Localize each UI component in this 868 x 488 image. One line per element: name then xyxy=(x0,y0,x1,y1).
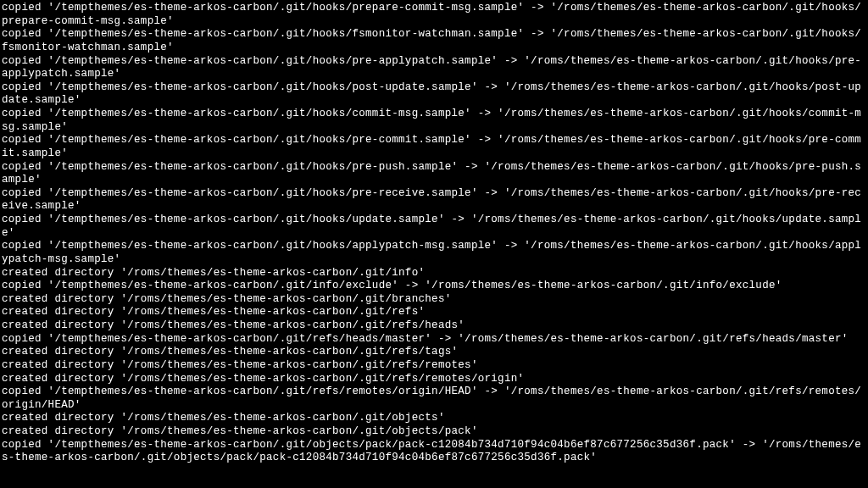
terminal-output: copied '/tempthemes/es-theme-arkos-carbo… xyxy=(2,2,866,465)
terminal-line: copied '/tempthemes/es-theme-arkos-carbo… xyxy=(2,439,866,465)
terminal-line: created directory '/roms/themes/es-theme… xyxy=(2,359,866,373)
terminal-line: created directory '/roms/themes/es-theme… xyxy=(2,425,866,439)
terminal-line: created directory '/roms/themes/es-theme… xyxy=(2,373,866,386)
terminal-line: copied '/tempthemes/es-theme-arkos-carbo… xyxy=(2,81,866,108)
terminal-line: created directory '/roms/themes/es-theme… xyxy=(2,306,866,319)
terminal-line: copied '/tempthemes/es-theme-arkos-carbo… xyxy=(2,333,866,347)
terminal-line: copied '/tempthemes/es-theme-arkos-carbo… xyxy=(2,240,866,266)
terminal-line: copied '/tempthemes/es-theme-arkos-carbo… xyxy=(2,187,866,214)
terminal-line: copied '/tempthemes/es-theme-arkos-carbo… xyxy=(2,134,866,160)
terminal-line: copied '/tempthemes/es-theme-arkos-carbo… xyxy=(2,108,866,134)
terminal-line: copied '/tempthemes/es-theme-arkos-carbo… xyxy=(2,2,866,28)
terminal-line: created directory '/roms/themes/es-theme… xyxy=(2,346,866,359)
terminal-line: copied '/tempthemes/es-theme-arkos-carbo… xyxy=(2,28,866,54)
terminal-line: created directory '/roms/themes/es-theme… xyxy=(2,267,866,280)
terminal-line: created directory '/roms/themes/es-theme… xyxy=(2,293,866,307)
terminal-line: copied '/tempthemes/es-theme-arkos-carbo… xyxy=(2,161,866,187)
terminal-line: copied '/tempthemes/es-theme-arkos-carbo… xyxy=(2,280,866,293)
terminal-line: created directory '/roms/themes/es-theme… xyxy=(2,412,866,425)
terminal-line: copied '/tempthemes/es-theme-arkos-carbo… xyxy=(2,55,866,81)
terminal-line: copied '/tempthemes/es-theme-arkos-carbo… xyxy=(2,385,866,412)
terminal-line: copied '/tempthemes/es-theme-arkos-carbo… xyxy=(2,214,866,240)
terminal-line: created directory '/roms/themes/es-theme… xyxy=(2,319,866,333)
